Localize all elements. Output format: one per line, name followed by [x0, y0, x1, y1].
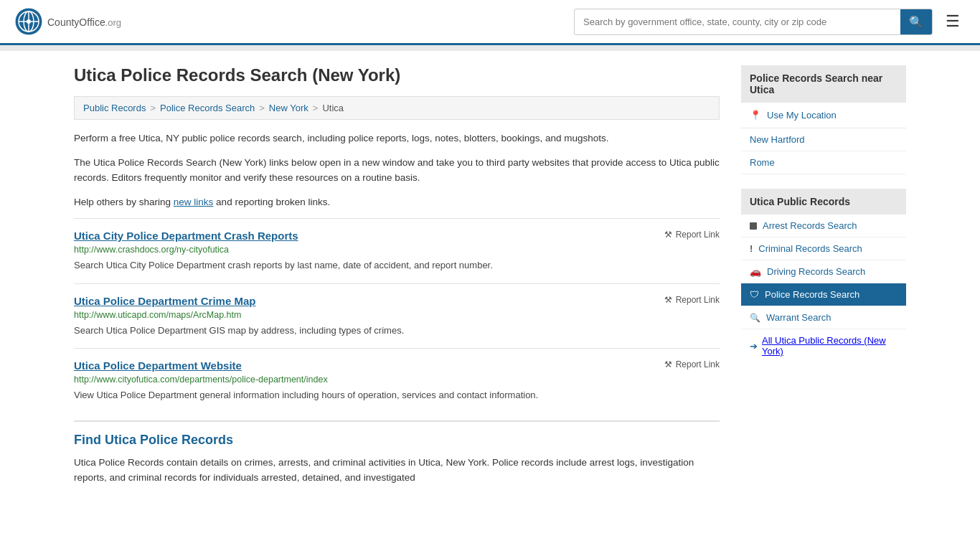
content-area: Utica Police Records Search (New York) P… — [74, 65, 720, 494]
search-input[interactable] — [575, 11, 900, 33]
driving-records-link[interactable]: Driving Records Search — [767, 266, 865, 277]
sidebar-item-warrant[interactable]: 🔍 Warrant Search — [741, 306, 906, 329]
logo[interactable]: CountyOffice.org — [14, 7, 121, 36]
all-records-link[interactable]: ➔ All Utica Public Records (New York) — [741, 329, 906, 362]
arrest-records-link[interactable]: Arrest Records Search — [763, 220, 857, 231]
header-right: 🔍 ☰ — [574, 9, 966, 35]
all-public-records-link[interactable]: All Utica Public Records (New York) — [762, 335, 897, 357]
result-url[interactable]: http://www.uticapd.com/maps/ArcMap.htm — [74, 310, 720, 320]
find-description: Utica Police Records contain details on … — [74, 455, 720, 486]
hamburger-icon: ☰ — [946, 12, 960, 30]
search-icon: 🔍 — [909, 16, 923, 28]
result-header: Utica Police Department Website ⚒ Report… — [74, 359, 720, 372]
search-small-icon: 🔍 — [750, 313, 760, 323]
report-link-icon: ⚒ — [664, 230, 672, 240]
breadcrumb-sep-1: > — [150, 103, 156, 113]
result-desc: View Utica Police Department general inf… — [74, 388, 720, 402]
report-link-icon: ⚒ — [664, 359, 672, 369]
sidebar: Police Records Search near Utica 📍 Use M… — [741, 65, 906, 494]
breadcrumb-sep-3: > — [313, 103, 319, 113]
sidebar-nearby-section: Police Records Search near Utica 📍 Use M… — [741, 65, 906, 174]
description-para1: Perform a free Utica, NY public police r… — [74, 131, 720, 146]
result-url[interactable]: http://www.crashdocs.org/ny-cityofutica — [74, 245, 720, 255]
new-links-link[interactable]: new links — [174, 197, 214, 207]
result-item: Utica City Police Department Crash Repor… — [74, 218, 720, 283]
result-desc: Search Utica City Police Department cras… — [74, 258, 720, 273]
breadcrumb-utica: Utica — [322, 103, 344, 113]
sidebar-item-police[interactable]: 🛡 Police Records Search — [741, 283, 906, 306]
breadcrumb-public-records[interactable]: Public Records — [83, 103, 146, 113]
report-link-button[interactable]: ⚒ Report Link — [664, 295, 720, 305]
svg-point-5 — [27, 19, 31, 24]
warrant-search-link[interactable]: Warrant Search — [766, 312, 831, 323]
sidebar-item-driving[interactable]: 🚗 Driving Records Search — [741, 260, 906, 283]
square-icon — [750, 222, 757, 230]
logo-icon — [14, 7, 43, 36]
arrow-icon: ➔ — [750, 341, 758, 352]
breadcrumb: Public Records > Police Records Search >… — [74, 96, 720, 120]
exclaim-icon: ! — [750, 243, 753, 254]
report-link-button[interactable]: ⚒ Report Link — [664, 230, 720, 240]
search-button[interactable]: 🔍 — [900, 9, 932, 34]
result-item: Utica Police Department Website ⚒ Report… — [74, 348, 720, 413]
sidebar-item-criminal[interactable]: ! Criminal Records Search — [741, 237, 906, 260]
find-section: Find Utica Police Records Utica Police R… — [74, 420, 720, 486]
result-title[interactable]: Utica Police Department Website — [74, 359, 242, 372]
police-records-link[interactable]: Police Records Search — [765, 289, 859, 300]
shield-icon: 🛡 — [750, 289, 759, 300]
criminal-records-link[interactable]: Criminal Records Search — [758, 243, 862, 254]
breadcrumb-police-records[interactable]: Police Records Search — [160, 103, 255, 113]
sidebar-public-title: Utica Public Records — [741, 189, 906, 215]
main-container: Utica Police Records Search (New York) P… — [60, 51, 920, 509]
result-title[interactable]: Utica City Police Department Crash Repor… — [74, 230, 298, 242]
breadcrumb-new-york[interactable]: New York — [269, 103, 308, 113]
result-item: Utica Police Department Crime Map ⚒ Repo… — [74, 283, 720, 349]
breadcrumb-sep-2: > — [259, 103, 265, 113]
sidebar-link-new-hartford[interactable]: New Hartford — [741, 128, 906, 151]
car-icon: 🚗 — [750, 266, 761, 277]
sidebar-nearby-title: Police Records Search near Utica — [741, 65, 906, 103]
menu-button[interactable]: ☰ — [940, 9, 966, 34]
description-para2: The Utica Police Records Search (New Yor… — [74, 155, 720, 186]
find-title: Find Utica Police Records — [74, 433, 720, 448]
result-url[interactable]: http://www.cityofutica.com/departments/p… — [74, 375, 720, 385]
page-title: Utica Police Records Search (New York) — [74, 65, 720, 85]
sidebar-item-arrest[interactable]: Arrest Records Search — [741, 215, 906, 237]
report-link-icon: ⚒ — [664, 295, 672, 305]
result-header: Utica City Police Department Crash Repor… — [74, 230, 720, 242]
sidebar-link-rome[interactable]: Rome — [741, 151, 906, 174]
results-list: Utica City Police Department Crash Repor… — [74, 218, 720, 413]
report-link-button[interactable]: ⚒ Report Link — [664, 359, 720, 369]
sidebar-public-section: Utica Public Records Arrest Records Sear… — [741, 189, 906, 362]
description-para3: Help others by sharing new links and rep… — [74, 194, 720, 210]
result-desc: Search Utica Police Department GIS map b… — [74, 324, 720, 338]
logo-text: CountyOffice.org — [47, 14, 121, 29]
search-bar: 🔍 — [574, 9, 933, 35]
result-title[interactable]: Utica Police Department Crime Map — [74, 295, 255, 307]
pin-icon: 📍 — [750, 110, 761, 121]
result-header: Utica Police Department Crime Map ⚒ Repo… — [74, 295, 720, 307]
sub-header-bar — [0, 45, 980, 51]
sidebar-use-location[interactable]: 📍 Use My Location — [741, 103, 906, 128]
site-header: CountyOffice.org 🔍 ☰ — [0, 0, 980, 45]
